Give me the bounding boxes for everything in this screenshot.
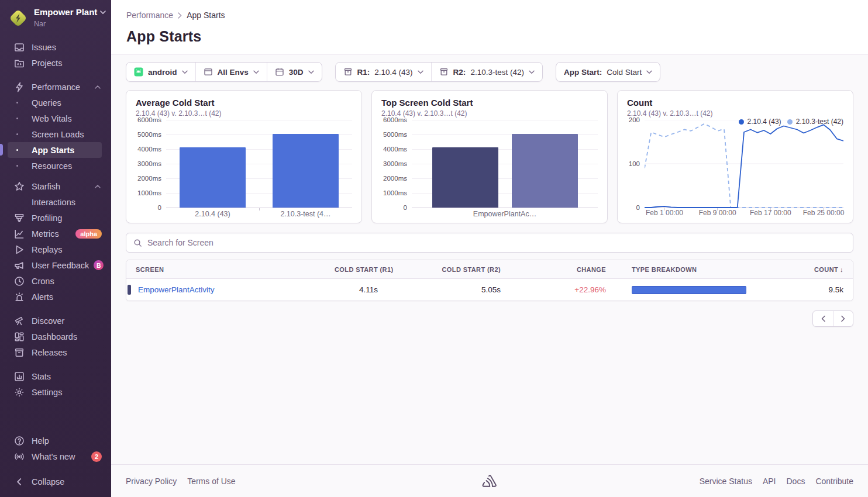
android-icon [134,67,143,77]
chevron-left-icon [14,477,25,487]
sidebar-item-dashboards[interactable]: Dashboards [0,329,111,344]
x-axis-label: Feb 9 00:00 [699,209,736,217]
release-icon [439,67,449,77]
sidebar-item-help[interactable]: Help [0,433,111,448]
type-breakdown-bar[interactable] [632,286,746,294]
top-screen-cold-start-chart: Top Screen Cold Start 2.10.4 (43) v. 2.1… [371,90,608,223]
sidebar-item-screen-loads[interactable]: Screen Loads [0,126,111,142]
bar[interactable] [432,147,498,208]
sidebar-item-queries[interactable]: Queries [0,95,111,111]
y-axis-tick: 5000ms [383,131,407,138]
y-axis-tick: 1000ms [137,189,161,196]
chevron-down-icon [253,70,259,74]
table-row: EmpowerPlantActivity 4.11s 5.05s +22.96%… [126,279,853,301]
legend-item[interactable]: 2.10.3-test (42) [787,118,843,126]
contribute-link[interactable]: Contribute [815,477,853,486]
sidebar-item-discover[interactable]: Discover [0,313,111,329]
breadcrumb-performance[interactable]: Performance [126,11,173,20]
chevron-down-icon [529,70,535,74]
sidebar-item-profiling[interactable]: Profiling [0,210,111,226]
col-screen[interactable]: SCREEN [126,266,335,273]
gear-icon [14,387,25,398]
change-value: +22.96% [510,285,615,294]
whats-new-count-badge: 2 [91,451,102,462]
chart-title: Count [627,98,843,108]
sidebar-item-crons[interactable]: Crons [0,273,111,289]
bar[interactable] [512,134,578,208]
chart-title: Top Screen Cold Start [381,98,598,108]
sidebar-item-web-vitals[interactable]: Web Vitals [0,111,111,126]
api-link[interactable]: API [763,477,776,486]
sidebar-item-interactions[interactable]: Interactions [0,194,111,210]
release-1-filter[interactable]: R1: 2.10.4 (43) [336,63,431,81]
org-switcher[interactable]: Empower Plant Nar [0,0,111,34]
col-cold-start-r1[interactable]: COLD START (R1) [335,266,387,273]
breadcrumb: Performance App Starts [126,11,853,20]
sidebar-item-app-starts[interactable]: App Starts [8,142,102,158]
app-start-type-filter[interactable]: App Start: Cold Start [556,63,660,81]
release-filter-group: R1: 2.10.4 (43) R2: 2.10.3-test (42) [335,62,543,82]
chart-subtitle: 2.10.4 (43) v. 2.10.3…t (42) [627,109,843,118]
count-chart: Count 2.10.4 (43) v. 2.10.3…t (42) 01002… [617,90,853,223]
chevron-down-icon [646,70,652,74]
bar[interactable] [180,147,246,208]
average-cold-start-chart: Average Cold Start 2.10.4 (43) v. 2.10.3… [126,90,362,223]
sidebar-item-stats[interactable]: Stats [0,368,111,384]
legend-item[interactable]: 2.10.4 (43) [739,118,781,126]
col-cold-start-r2[interactable]: COLD START (R2) [387,266,510,273]
line-series[interactable] [645,125,843,208]
sidebar-item-releases[interactable]: Releases [0,344,111,360]
privacy-policy-link[interactable]: Privacy Policy [126,477,177,486]
sentry-logo [482,474,498,488]
sidebar-section-starfish[interactable]: Starfish [0,178,111,194]
prev-page-button[interactable] [813,311,833,326]
sidebar-item-projects[interactable]: Projects [0,55,111,71]
org-logo [8,8,28,28]
y-axis-tick: 0 [636,204,640,211]
sidebar-item-issues[interactable]: Issues [0,39,111,55]
sidebar-item-settings[interactable]: Settings [0,384,111,400]
stats-icon [14,371,25,382]
release-2-filter[interactable]: R2: 2.10.3-test (42) [431,63,542,81]
line-chart[interactable]: 0100200 Feb 1 00:00Feb 9 00:00Feb 17 00:… [627,120,843,208]
bar[interactable] [273,134,339,208]
sidebar-item-metrics[interactable]: Metrics alpha [0,226,111,241]
bar-chart[interactable]: 01000ms2000ms3000ms4000ms5000ms6000ms 2.… [136,120,352,220]
sidebar-section-performance[interactable]: Performance [0,79,111,95]
sidebar: Empower Plant Nar Issues Projects Perfor… [0,0,111,497]
sidebar-item-alerts[interactable]: Alerts [0,289,111,305]
search-input[interactable] [147,238,846,247]
sidebar-item-whats-new[interactable]: What's new 2 [0,448,111,464]
telescope-icon [14,316,25,326]
col-change[interactable]: CHANGE [510,266,615,273]
app-start-filter-group: App Start: Cold Start [556,62,660,82]
next-page-button[interactable] [833,311,853,326]
environment-filter[interactable]: All Envs [195,63,267,81]
pagination [126,310,853,327]
performance-icon [14,82,25,92]
search-icon [133,239,142,247]
col-type-breakdown[interactable]: TYPE BREAKDOWN [615,266,767,273]
bar-chart[interactable]: 01000ms2000ms3000ms4000ms5000ms6000ms Em… [381,120,598,220]
count-value: 9.5k [767,285,853,294]
row-color-marker [128,285,131,295]
docs-link[interactable]: Docs [787,477,805,486]
calendar-icon [275,67,284,77]
project-filter[interactable]: android [126,63,195,81]
col-count[interactable]: COUNT↓ [767,266,853,273]
chevron-down-icon [418,70,423,74]
x-axis-label: Feb 17 00:00 [750,209,791,217]
y-axis-tick: 2000ms [383,175,407,182]
terms-of-use-link[interactable]: Terms of Use [187,477,235,486]
y-axis-tick: 4000ms [383,146,407,153]
screen-link[interactable]: EmpowerPlantActivity [138,285,215,294]
service-status-link[interactable]: Service Status [700,477,752,486]
sidebar-item-replays[interactable]: Replays [0,241,111,257]
sidebar-collapse-button[interactable]: Collapse [0,469,111,495]
sidebar-item-user-feedback[interactable]: User Feedback B [0,257,111,273]
x-axis-label: EmpowerPlantAc… [412,210,598,218]
metrics-icon [14,229,25,239]
date-range-filter[interactable]: 30D [267,63,322,81]
y-axis-tick: 5000ms [137,131,161,138]
sidebar-item-resources[interactable]: Resources [0,158,111,174]
